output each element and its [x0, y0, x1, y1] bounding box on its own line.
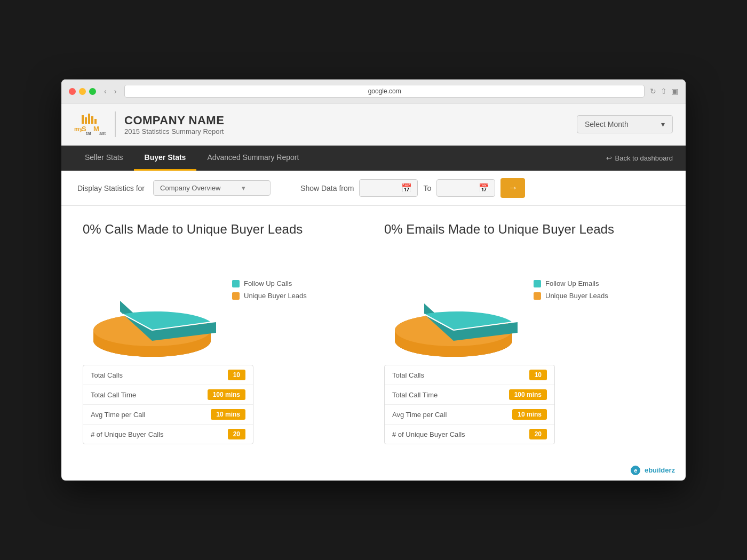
- stat-label: # of Unique Buyer Calls: [392, 430, 465, 438]
- select-month-dropdown[interactable]: Select Month ▾: [577, 115, 673, 133]
- svg-text:M: M: [93, 125, 99, 133]
- legend-label-buyer-leads-right: Unique Buyer Leads: [545, 292, 608, 300]
- table-row: Total Call Time 100 mins: [83, 385, 253, 405]
- table-row: # of Unique Buyer Calls 20: [83, 425, 253, 444]
- stat-label: Total Call Time: [91, 391, 136, 399]
- left-stats-table: Total Calls 10 Total Call Time 100 mins …: [83, 365, 253, 444]
- legend-color-buyer-leads: [232, 292, 240, 300]
- legend-label-calls: Follow Up Calls: [244, 279, 292, 287]
- legend-label-emails: Follow Up Emails: [545, 279, 599, 287]
- stat-value: 20: [529, 429, 547, 439]
- right-chart-title: 0% Emails Made to Unique Buyer Leads: [384, 222, 664, 237]
- legend-label-buyer-leads: Unique Buyer Leads: [244, 292, 307, 300]
- legend-item-emails: Follow Up Emails: [534, 279, 608, 287]
- report-subtitle: 2015 Statistics Summary Report: [124, 127, 224, 135]
- tab-buyer-stats[interactable]: Buyer Stats: [134, 146, 197, 171]
- footer: e ebuilderz: [61, 460, 686, 481]
- right-chart-area: Follow Up Emails Unique Buyer Leads: [384, 247, 664, 354]
- forward-nav-button[interactable]: ›: [112, 86, 120, 97]
- stat-value: 10 mins: [211, 409, 245, 420]
- tab-advanced-summary[interactable]: Advanced Summary Report: [196, 146, 309, 171]
- left-pie-chart: [83, 247, 221, 354]
- tab-seller-stats[interactable]: Seller Stats: [74, 146, 134, 171]
- svg-rect-6: [85, 117, 87, 124]
- company-info: COMPANY NAME 2015 Statistics Summary Rep…: [124, 114, 224, 135]
- main-content: 0% Calls Made to Unique Buyer Leads: [61, 206, 686, 460]
- svg-text:tat: tat: [86, 131, 92, 136]
- filter-bar: Display Statistics for Company Overview …: [61, 171, 686, 206]
- legend-item-calls: Follow Up Calls: [232, 279, 307, 287]
- stat-value: 10: [228, 370, 245, 380]
- minimize-button[interactable]: [79, 88, 86, 95]
- charts-row: 0% Calls Made to Unique Buyer Leads: [83, 222, 664, 444]
- footer-logo: e ebuilderz: [631, 466, 675, 474]
- date-section: Show Data from 📅 To 📅 →: [300, 178, 525, 198]
- display-stats-label: Display Statistics for: [77, 184, 145, 193]
- stat-value: 10: [529, 370, 547, 380]
- back-nav-button[interactable]: ‹: [101, 86, 109, 97]
- reload-icon[interactable]: ↻: [650, 87, 656, 95]
- legend-color-buyer-leads-right: [534, 292, 541, 300]
- back-label: Back to dashboard: [615, 154, 673, 162]
- select-month-label: Select Month: [585, 120, 629, 129]
- right-chart-legend: Follow Up Emails Unique Buyer Leads: [534, 247, 608, 300]
- stat-label: Total Call Time: [392, 391, 438, 399]
- left-chart-area: Follow Up Calls Unique Buyer Leads: [83, 247, 363, 354]
- svg-rect-9: [94, 119, 97, 124]
- company-name: COMPANY NAME: [124, 114, 224, 127]
- legend-item-buyer-leads: Unique Buyer Leads: [232, 292, 307, 300]
- footer-brand-name: ebuilderz: [645, 466, 675, 474]
- logo-image: my S tat M aster: [74, 111, 106, 138]
- calendar-to-icon: 📅: [479, 183, 489, 193]
- stat-value: 20: [228, 429, 245, 439]
- left-chart-legend: Follow Up Calls Unique Buyer Leads: [232, 247, 307, 300]
- company-overview-dropdown[interactable]: Company Overview ▾: [153, 180, 271, 196]
- table-row: Total Call Time 100 mins: [385, 385, 554, 405]
- url-bar[interactable]: google.com: [124, 85, 645, 98]
- nav-tabs: Seller Stats Buyer Stats Advanced Summar…: [74, 146, 606, 171]
- browser-actions: ↻ ⇧ ▣: [650, 87, 678, 95]
- stat-label: Avg Time per Call: [392, 411, 447, 419]
- dropdown-arrow-icon: ▾: [242, 184, 245, 192]
- chevron-down-icon: ▾: [661, 120, 665, 129]
- stat-value: 100 mins: [509, 389, 547, 400]
- table-row: # of Unique Buyer Calls 20: [385, 425, 554, 444]
- legend-color-emails: [534, 280, 541, 287]
- stat-label: Total Calls: [91, 371, 123, 379]
- tabs-icon[interactable]: ▣: [671, 87, 678, 95]
- nav-bar: Seller Stats Buyer Stats Advanced Summar…: [61, 146, 686, 171]
- right-stats-table: Total Calls 10 Total Call Time 100 mins …: [384, 365, 555, 444]
- date-to-input[interactable]: 📅: [436, 179, 495, 197]
- stat-label: # of Unique Buyer Calls: [91, 430, 164, 438]
- svg-text:aster: aster: [99, 131, 106, 136]
- go-button[interactable]: →: [500, 178, 525, 198]
- svg-rect-8: [91, 116, 93, 124]
- back-to-dashboard[interactable]: ↩ Back to dashboard: [606, 154, 673, 162]
- date-from-input[interactable]: 📅: [359, 179, 418, 197]
- header-divider: [115, 111, 116, 137]
- right-pie-chart: [384, 247, 523, 354]
- stat-label: Total Calls: [392, 371, 424, 379]
- svg-rect-5: [82, 115, 84, 124]
- left-chart-section: 0% Calls Made to Unique Buyer Leads: [83, 222, 363, 444]
- logo-area: my S tat M aster COMPANY NAME 2015 Stati…: [74, 111, 224, 138]
- nav-buttons: ‹ ›: [101, 86, 119, 97]
- left-chart-title: 0% Calls Made to Unique Buyer Leads: [83, 222, 363, 237]
- legend-item-buyer-leads-right: Unique Buyer Leads: [534, 292, 608, 300]
- calendar-from-icon: 📅: [401, 183, 412, 193]
- right-chart-section: 0% Emails Made to Unique Buyer Leads: [384, 222, 664, 444]
- close-button[interactable]: [69, 88, 76, 95]
- table-row: Total Calls 10: [83, 365, 253, 385]
- share-icon[interactable]: ⇧: [661, 87, 667, 95]
- arrow-left-icon: ↩: [606, 154, 612, 162]
- browser-chrome: ‹ › google.com ↻ ⇧ ▣: [61, 79, 686, 103]
- app-header: my S tat M aster COMPANY NAME 2015 Stati…: [61, 103, 686, 146]
- stat-value: 10 mins: [512, 409, 547, 420]
- maximize-button[interactable]: [89, 88, 96, 95]
- table-row: Total Calls 10: [385, 365, 554, 385]
- stat-value: 100 mins: [208, 389, 245, 400]
- legend-color-calls: [232, 280, 240, 287]
- show-data-label: Show Data from: [300, 184, 354, 193]
- table-row: Avg Time per Call 10 mins: [385, 405, 554, 425]
- stat-label: Avg Time per Call: [91, 411, 145, 419]
